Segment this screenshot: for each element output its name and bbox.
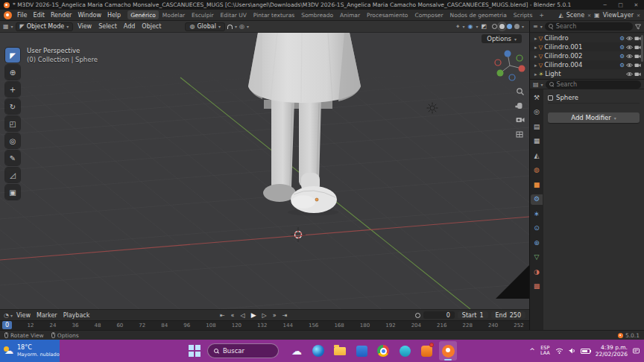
scene-unlink-icon[interactable]: ✕ (587, 13, 591, 18)
gizmo-y-axis[interactable] (497, 70, 504, 77)
transport-button[interactable]: ◁ (238, 312, 247, 319)
camera-view-icon[interactable] (517, 118, 525, 122)
viewlayer-selector[interactable]: ViewLayer (603, 12, 634, 19)
outliner-panel[interactable]: ▽ Cilindro ▽ Cilindro.001 (529, 33, 644, 79)
outliner-row[interactable]: ☀ Light (530, 69, 644, 78)
playhead-chip[interactable]: 0 (2, 321, 12, 329)
disable-in-render-toggle[interactable] (634, 45, 641, 50)
menu-add[interactable]: Add (121, 23, 138, 30)
taskbar-search-input[interactable]: Buscar (207, 343, 279, 358)
menu-view[interactable]: View (75, 23, 94, 30)
disclosure-icon[interactable] (534, 34, 537, 42)
viewport-canvas[interactable] (0, 33, 529, 309)
blender-menu-icon[interactable] (4, 11, 12, 19)
transport-button[interactable]: ▶ (249, 311, 259, 319)
taskbar-app-icon[interactable] (331, 341, 349, 361)
menu-help[interactable]: Help (104, 12, 124, 19)
tray-expand-icon[interactable]: ^ (529, 347, 535, 355)
transport-button[interactable]: ▷ (260, 312, 269, 319)
workspace-tab[interactable]: Nodos de geometria (447, 10, 510, 19)
properties-tab[interactable]: ◭ (531, 150, 543, 161)
outliner-item-name[interactable]: Cilindro (544, 34, 618, 42)
disclosure-icon[interactable] (534, 70, 537, 77)
toggle-perspective-icon[interactable] (517, 132, 523, 137)
outliner-row[interactable]: ▽ Cilindro.002 (530, 51, 644, 60)
disclosure-icon[interactable] (534, 52, 537, 60)
viewport-tool-button[interactable]: ↻ (5, 99, 20, 114)
viewport-tool-button[interactable]: ▣ (5, 185, 20, 200)
shading-wireframe-icon[interactable] (492, 24, 497, 29)
workspace-tab[interactable]: Modelar (160, 10, 188, 19)
properties-editor-icon[interactable]: ▤ (533, 81, 539, 88)
taskbar-app-icon[interactable] (309, 341, 327, 361)
workspace-tab[interactable]: Pintar texturas (250, 10, 297, 19)
workspace-tab[interactable]: Scripts (511, 10, 536, 19)
filter-icon[interactable] (635, 24, 641, 30)
outliner-scrollbar[interactable] (641, 35, 643, 62)
properties-tab[interactable]: ◍ (531, 165, 543, 176)
show-overlays-icon[interactable]: ◉ (467, 23, 473, 30)
disable-in-render-toggle[interactable] (634, 72, 641, 77)
viewport-tool-button[interactable]: ◿ (5, 168, 20, 182)
menu-object[interactable]: Object (139, 23, 163, 30)
battery-icon[interactable] (581, 349, 590, 354)
hide-in-viewport-toggle[interactable] (626, 36, 633, 41)
add-modifier-button[interactable]: Add Modifier ▾ (548, 112, 640, 123)
taskbar-app-icon[interactable] (288, 341, 306, 361)
gizmo-x-axis[interactable] (519, 66, 525, 72)
menu-window[interactable]: Window (75, 12, 104, 19)
outliner-search-input[interactable]: Search (545, 22, 633, 31)
workspace-tab[interactable]: Animar (337, 10, 363, 19)
gizmo-z-axis[interactable] (505, 51, 511, 57)
viewport-tool-button[interactable]: ◤ (5, 48, 20, 63)
workspace-tab[interactable]: Procesamiento (364, 10, 411, 19)
show-gizmos-icon[interactable]: ⌖ (456, 23, 460, 31)
maximize-button[interactable]: □ (614, 2, 627, 8)
transform-orientation-dropdown[interactable]: ◍ Global ▾ (185, 22, 225, 31)
disclosure-icon[interactable] (534, 61, 537, 69)
properties-tab[interactable]: ■ (531, 180, 543, 190)
snap-caret-icon[interactable]: ▾ (235, 24, 237, 29)
disclosure-icon[interactable] (534, 43, 537, 51)
shading-rendered-icon[interactable] (514, 24, 520, 29)
properties-tab[interactable]: ◎ (531, 107, 543, 118)
disable-in-render-toggle[interactable] (634, 36, 641, 41)
taskbar-app-icon[interactable] (417, 341, 435, 361)
properties-tab[interactable]: ∗ (531, 209, 543, 219)
hide-in-viewport-toggle[interactable] (626, 63, 633, 68)
current-frame-field[interactable]: 0 (423, 311, 455, 319)
scene-selector[interactable]: Scene (566, 12, 584, 19)
viewlayer-icon[interactable]: ▣ (594, 12, 600, 19)
disable-in-render-toggle[interactable] (634, 54, 641, 59)
viewport-tool-button[interactable]: ✎ (5, 150, 20, 165)
properties-tab[interactable]: ▽ (531, 253, 543, 263)
mode-dropdown[interactable]: ◤ Object Mode ▾ (16, 22, 74, 31)
workspace-tab[interactable]: Editar UV (218, 10, 250, 19)
hide-in-viewport-toggle[interactable] (626, 54, 633, 59)
disable-in-render-toggle[interactable] (634, 63, 641, 68)
language-indicator[interactable]: ESP LAA (540, 346, 550, 357)
notification-center-icon[interactable] (633, 348, 640, 354)
shading-caret-icon[interactable]: ▾ (522, 24, 524, 29)
3d-viewport[interactable]: User Perspective (0) Collection | Sphere… (0, 33, 529, 309)
scene-icon[interactable]: ◭ (559, 12, 564, 19)
properties-tab[interactable]: ⚙ (531, 194, 543, 205)
workspace-tab[interactable]: Composer (411, 10, 446, 19)
workspace-tab[interactable]: Sombreado (298, 10, 336, 19)
clock[interactable]: 4:39 p.m. 22/02/2026 (596, 344, 628, 358)
viewport-tool-button[interactable]: ◎ (5, 133, 20, 148)
properties-tab[interactable]: ▩ (531, 282, 543, 292)
transport-button[interactable]: » (271, 312, 279, 319)
taskbar-app-icon[interactable] (374, 341, 392, 361)
timeline-editor-icon[interactable]: ◔ (4, 312, 9, 319)
outliner-row[interactable]: ▽ Cilindro (530, 34, 644, 42)
hide-in-viewport-toggle[interactable] (626, 45, 633, 50)
proportional-editing-icon[interactable]: ◎ (239, 23, 244, 30)
menu-edit[interactable]: Edit (30, 12, 48, 19)
properties-search-input[interactable]: Search (546, 80, 641, 89)
taskbar-app-icon[interactable] (396, 341, 414, 361)
menu-render[interactable]: Render (48, 12, 75, 19)
gizmo-z-neg[interactable] (509, 74, 515, 80)
snap-magnet-icon[interactable] (227, 25, 233, 29)
properties-tab[interactable]: ▤ (531, 121, 543, 132)
